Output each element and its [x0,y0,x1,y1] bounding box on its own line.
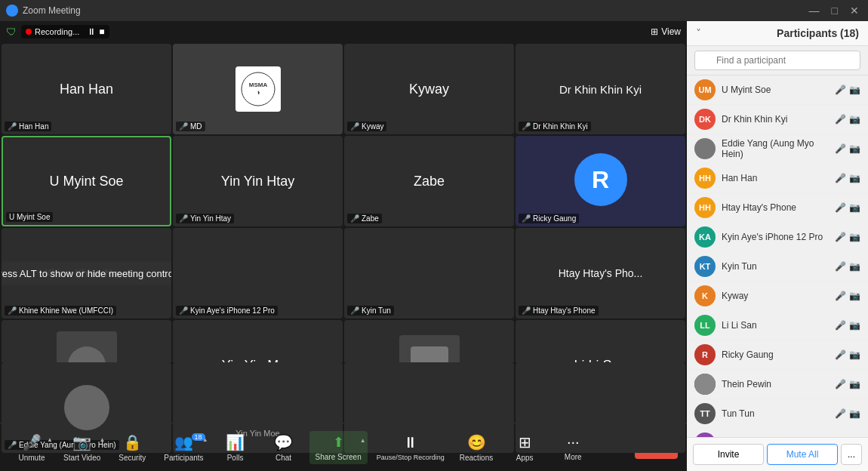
video-off-icon: 📷 [849,320,860,331]
mic-off-icon: 🎤 [835,349,846,360]
main-layout: 🛡 Recording... ⏸ ■ ⊞ View H [0,21,868,471]
zoom-icon [6,5,18,17]
participant-name: U Myint Soe [722,85,829,95]
more-button[interactable]: ··· More [550,430,596,464]
ricky-avatar: R [574,153,627,206]
cell-kyway: Kyway 🎤 Kyway [344,44,514,134]
stop-recording-btn[interactable]: ■ [99,26,104,37]
avatar: KA [694,226,716,248]
minimize-button[interactable]: — [806,5,823,17]
list-item: KA Kyin Aye's iPhone 12 Pro 🎤 📷 [687,223,868,252]
cell-name: Kyway [409,82,449,97]
recording-controls[interactable]: ⏸ ■ [87,26,104,37]
list-item: HH Han Han 🎤 📷 [687,164,868,193]
mute-all-button[interactable]: Mute All [767,444,838,465]
view-button[interactable]: ⊞ View [651,26,681,37]
avatar: UM [694,79,716,100]
avatar [694,138,716,159]
cell-khine: Khine Khine Nw... 🎤 Khine Khine Nwe (UMF… [2,228,171,319]
participant-icons: 🎤 📷 [835,291,860,301]
cell-han-han: Han Han 🎤 Han Han [2,44,171,134]
more-panel-button[interactable]: ... [841,444,862,465]
unmute-button[interactable]: 🎤 Unmute ▲ [9,430,54,465]
pause-recording-button[interactable]: ⏸ Pause/Stop Recording [371,431,451,464]
participant-name: Kyway [722,291,829,301]
more-icon: ··· [567,433,580,451]
apps-button[interactable]: ⊞ Apps [502,430,547,465]
mic-off-icon: 🎤 [835,173,846,183]
list-item: K Kyway 🎤 📷 [687,282,868,311]
view-label: View [661,26,681,37]
avatar: HH [694,168,716,189]
grid-icon: ⊞ [651,26,658,37]
pause-recording-btn[interactable]: ⏸ [87,26,96,37]
cell-li-li-san: Li Li San 🎤 Li Li San [516,320,685,362]
cell-ricky: R 🎤 Ricky Gaung [516,136,685,226]
mic-icon: 🎤 [522,122,531,131]
video-off-icon: 📷 [849,232,860,242]
cell-name: Yin Yin Htay [221,174,294,189]
start-video-label: Start Video [63,454,100,462]
participant-name: Li Li San [722,320,829,331]
participant-icons: 🎤 📷 [835,114,860,125]
video-off-icon: 📷 [849,408,860,419]
cell-name: Htay Htay's Pho... [559,267,643,279]
collapse-button[interactable]: ˅ [696,27,701,39]
cell-label: 🎤 Htay Htay's Phone [519,306,599,316]
shield-icon: 🛡 [6,26,17,38]
chat-button[interactable]: 💬 Chat [261,430,306,465]
apps-icon: ⊞ [519,433,531,451]
polls-label: Polls [227,454,244,462]
security-label: Security [119,454,146,462]
cell-u-myint-soe: U Myint Soe U Myint Soe [2,136,171,226]
unmute-label: Unmute [18,454,45,462]
start-video-button[interactable]: 📷 Start Video ▲ [57,430,106,465]
cell-name: Han Han [60,82,113,97]
invite-button[interactable]: Invite [693,444,764,465]
list-item: HH Htay Htay's Phone 🎤 📷 [687,193,868,223]
search-input[interactable] [694,51,860,70]
cell-yin-yin-htay: Yin Yin Htay 🎤 Yin Yin Htay [173,136,343,226]
share-icon: ⬆ [333,434,344,451]
cell-label: 🎤 Dr Khin Khin Kyi [519,122,591,131]
recording-badge: Recording... ⏸ ■ [21,25,109,38]
maximize-button[interactable]: □ [829,5,841,17]
window-controls[interactable]: — □ ✕ [806,5,862,17]
mic-off-icon: 🎤 [835,232,846,242]
participants-icon: 👥 [174,433,193,451]
participant-icons: 🎤 📷 [835,261,860,272]
video-off-icon: 📷 [849,202,860,213]
video-topbar: 🛡 Recording... ⏸ ■ ⊞ View [0,21,687,42]
pause-label: Pause/Stop Recording [377,454,445,461]
cell-kyin-aye: 🎤 Kyin Aye's iPhone 12 Pro [173,228,343,319]
chat-label: Chat [275,454,291,462]
list-item: Eddie Yang (Aung Myo Hein) 🎤 📷 [687,134,868,164]
svg-point-0 [8,7,16,14]
chat-icon: 💬 [274,433,293,451]
participant-icons: 🎤 📷 [835,143,860,154]
toolbar: 🎤 Unmute ▲ 📷 Start Video ▲ 🔒 Security 👥 … [0,423,687,471]
video-off-icon: 📷 [849,291,860,301]
list-item: R Ricky Gaung 🎤 📷 [687,340,868,370]
video-off-icon: 📷 [849,173,860,183]
share-screen-button[interactable]: ⬆ Share Screen ▲ [309,431,368,464]
participant-name: Kyin Aye's iPhone 12 Pro [722,232,829,242]
share-arrow: ▲ [360,437,366,444]
close-button[interactable]: ✕ [847,5,862,17]
svg-text:MSMA: MSMA [248,82,267,88]
security-button[interactable]: 🔒 Security [109,430,155,465]
video-off-icon: 📷 [849,349,860,360]
cell-name: U Myint Soe [49,174,123,189]
recording-dot [26,29,32,35]
participant-name: Dr Khin Khin Kyi [722,114,829,125]
avatar: HH [694,197,716,218]
svg-point-1 [242,72,275,106]
participants-button[interactable]: 👥 18 Participants ▲ [158,430,209,465]
avatar: K [694,285,716,306]
more-label: More [565,453,582,461]
cell-name: Zabe [414,174,445,189]
mic-icon: 🎤 [350,306,359,315]
polls-button[interactable]: 📊 Polls [213,430,258,465]
reactions-button[interactable]: 😊 Reactions [454,430,499,465]
cell-label: 🎤 Ricky Gaung [519,214,579,223]
